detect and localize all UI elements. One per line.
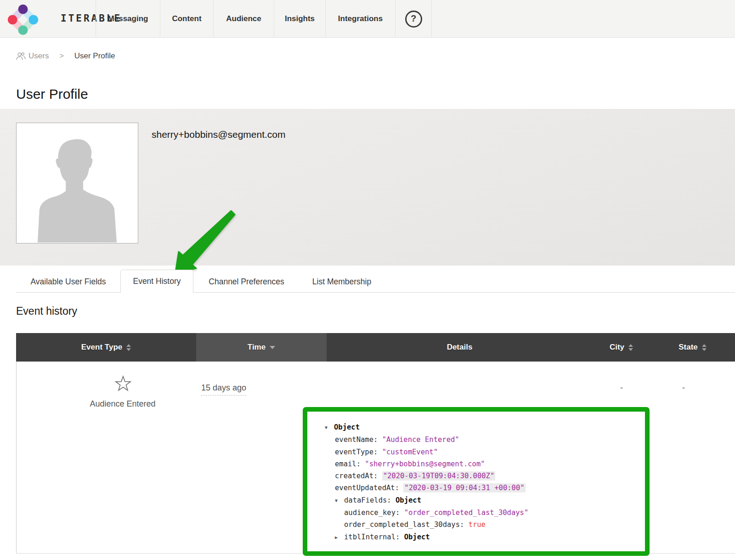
event-table-body: Audience Entered 15 days ago - - ▼Object… — [16, 362, 735, 554]
custom-event-star-icon — [114, 374, 132, 393]
tab-available-user-fields[interactable]: Available User Fields — [16, 271, 120, 292]
tab-channel-preferences[interactable]: Channel Preferences — [205, 271, 288, 292]
json-line-eventtype: eventType: "customEvent" — [307, 446, 645, 458]
event-type-value: Audience Entered — [54, 399, 192, 409]
json-line-eventupdatedat: eventUpdatedAt: "2020-03-19 09:04:31 +00… — [307, 482, 645, 494]
help-icon: ? — [405, 11, 422, 28]
json-line-eventname: eventName: "Audience Entered" — [307, 434, 645, 446]
nav-item-insights[interactable]: Insights — [274, 0, 325, 38]
expander-icon[interactable]: ▼ — [325, 422, 334, 434]
sort-icon — [702, 344, 707, 351]
nav-item-messaging[interactable]: Messaging — [96, 0, 160, 38]
profile-email: sherry+bobbins@segment.com — [152, 129, 286, 140]
nav-menu: Messaging Content Audience Insights Inte… — [96, 0, 432, 38]
breadcrumb-users-label: Users — [28, 51, 49, 61]
expander-collapsed-icon[interactable]: ▶ — [335, 532, 344, 543]
top-navigation-bar: ITERABLE Messaging Content Audience Insi… — [0, 0, 735, 38]
nav-item-integrations[interactable]: Integrations — [325, 0, 395, 38]
users-icon — [16, 52, 26, 61]
sort-icon — [628, 344, 633, 351]
column-header-city[interactable]: City — [593, 333, 650, 362]
section-heading: Event history — [16, 305, 77, 317]
event-details-json: ▼Object eventName: "Audience Entered" ev… — [307, 421, 645, 543]
annotation-box-details: ▼Object eventName: "Audience Entered" ev… — [303, 407, 650, 556]
json-line-email: email: "sherry+bobbins@segment.com" — [307, 458, 645, 470]
tab-event-history[interactable]: Event History — [120, 270, 193, 293]
help-button[interactable]: ? — [395, 0, 432, 38]
avatar — [16, 123, 138, 243]
json-line-order-completed: order_completed_last_30days: true — [307, 519, 645, 531]
column-header-time[interactable]: Time — [196, 333, 327, 362]
avatar-silhouette-icon — [17, 123, 138, 243]
page-title: User Profile — [16, 86, 88, 102]
city-value: - — [617, 383, 626, 393]
breadcrumb-chevron-icon: > — [59, 52, 63, 60]
column-header-state[interactable]: State — [650, 333, 735, 362]
breadcrumb-users-link[interactable]: Users — [16, 51, 49, 61]
event-time-value[interactable]: 15 days ago — [201, 383, 246, 396]
json-line-audience-key: audience_key: "order_completed_last_30da… — [307, 507, 645, 519]
json-line-itblinternal: ▶itblInternal: Object — [307, 531, 645, 543]
state-value: - — [679, 383, 688, 393]
user-profile-screen: ITERABLE Messaging Content Audience Insi… — [0, 0, 735, 560]
iterable-logo-icon[interactable] — [6, 2, 40, 35]
nav-item-content[interactable]: Content — [160, 0, 213, 38]
profile-header-band: sherry+bobbins@segment.com — [0, 109, 735, 266]
column-header-details: Details — [327, 333, 593, 362]
event-table-header: Event Type Time Details City State — [16, 333, 735, 362]
tab-list-membership[interactable]: List Membership — [309, 271, 375, 292]
column-header-event-type[interactable]: Event Type — [16, 333, 196, 362]
json-line-datafields: ▼dataFields: Object — [307, 494, 645, 507]
json-line-createdat: createdAt: "2020-03-19T09:04:30.000Z" — [307, 470, 645, 482]
json-line-root: ▼Object — [307, 421, 645, 434]
expander-icon[interactable]: ▼ — [335, 495, 344, 507]
breadcrumb: Users > User Profile — [16, 51, 115, 61]
sort-icon — [126, 344, 131, 351]
breadcrumb-current: User Profile — [74, 51, 115, 61]
sort-desc-icon — [270, 346, 275, 349]
nav-item-audience[interactable]: Audience — [213, 0, 274, 38]
